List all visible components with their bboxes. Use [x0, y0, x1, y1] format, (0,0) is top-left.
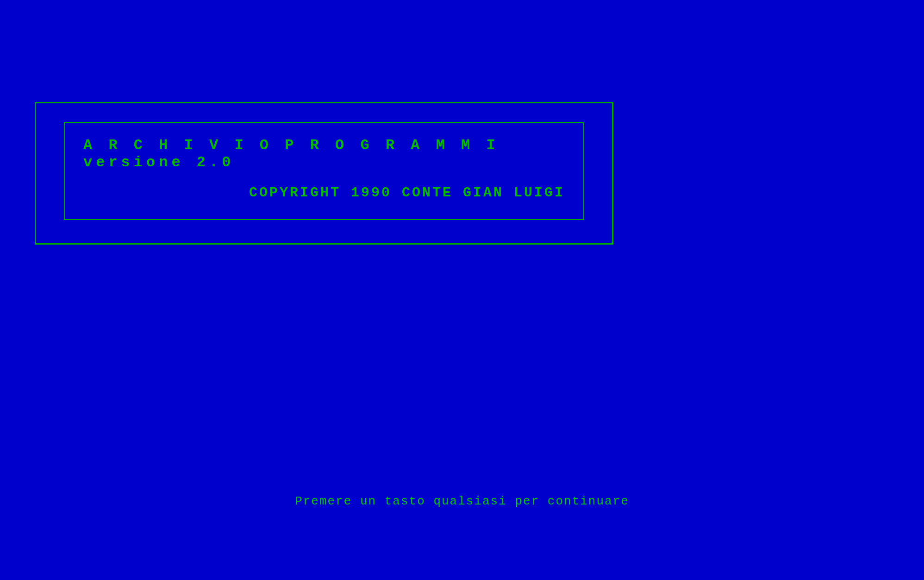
prompt-text[interactable]: Premere un tasto qualsiasi per continuar… — [0, 494, 924, 508]
title-text: A R C H I V I O P R O G R A M M I versio… — [83, 137, 565, 171]
inner-box: A R C H I V I O P R O G R A M M I versio… — [64, 122, 584, 220]
main-box: A R C H I V I O P R O G R A M M I versio… — [35, 102, 613, 245]
screen: A R C H I V I O P R O G R A M M I versio… — [0, 0, 924, 580]
copyright-text: COPYRIGHT 1990 CONTE GIAN LUIGI — [83, 185, 565, 201]
